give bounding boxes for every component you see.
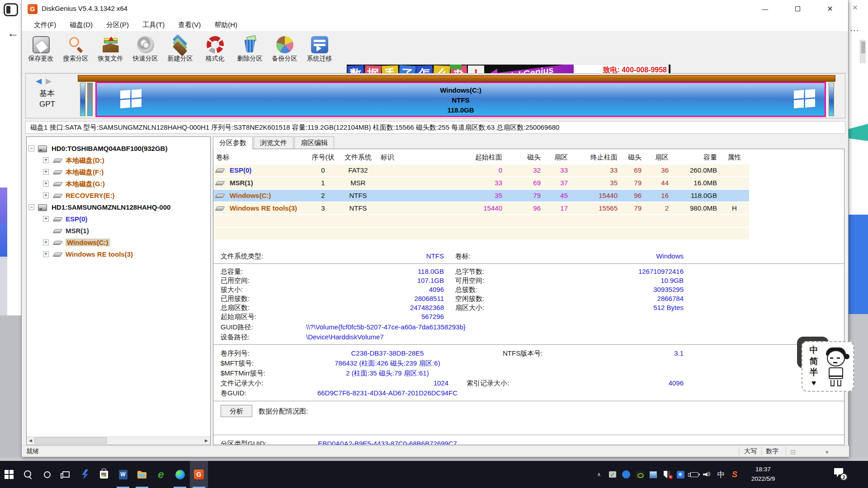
close-button[interactable]: ✕ [817, 0, 843, 18]
expand-icon[interactable] [43, 157, 49, 163]
partition-name: Windows(C:) [97, 85, 825, 95]
quick-partition-button[interactable]: 快速分区 [128, 33, 163, 71]
tab-browse-files[interactable]: 浏览文件 [254, 136, 293, 149]
maximize-button[interactable] [785, 0, 810, 18]
recover-files-button[interactable]: 恢复文件 [93, 33, 128, 71]
disk-info-bar: 磁盘1 接口:SATA 型号:SAMSUNGMZNLN128HAHQ-000H1… [25, 121, 845, 134]
ime-mode-halfwidth[interactable]: 半 [809, 367, 819, 378]
taskbar-app-thunder[interactable] [76, 461, 94, 488]
search-icon [24, 470, 33, 479]
taskbar-app-word[interactable]: W [114, 461, 132, 488]
scroll-left-icon[interactable]: ◀ [27, 437, 34, 444]
tree-item-local-g[interactable]: 本地磁盘(G:) [27, 179, 210, 189]
tray-ime-indicator[interactable]: 中 [714, 469, 728, 480]
taskbar-app-store[interactable] [95, 461, 113, 488]
ie-icon: e [158, 468, 164, 481]
save-changes-button[interactable]: 保存更改 [24, 33, 58, 71]
partition-re-bar[interactable] [829, 83, 834, 116]
system-tray: ∧ ✓ ✕ ❄ 中 S [592, 461, 741, 488]
tray-security-icon[interactable]: ✕ [660, 471, 674, 478]
analyze-button[interactable]: 分析 [221, 405, 252, 417]
partition-esp-bar[interactable] [80, 83, 85, 116]
clock-date: 2022/5/9 [745, 474, 781, 484]
caret-down-icon[interactable]: ▾ [826, 449, 829, 455]
expand-icon[interactable] [43, 192, 49, 198]
tree-item-windows-c[interactable]: Windows(C:) [27, 238, 210, 248]
tree-item-esp[interactable]: ESP(0) [27, 215, 210, 225]
taskbar-clock[interactable]: 18:37 2022/5/9 [745, 465, 781, 484]
tray-snowflake-icon[interactable]: ❄ [674, 471, 687, 479]
menu-partition[interactable]: 分区(P) [99, 18, 136, 31]
tab-partition-params[interactable]: 分区参数 [213, 136, 253, 149]
tray-volume-icon[interactable] [701, 471, 714, 478]
ime-status-card[interactable]: 中 简 半 ♥ [802, 341, 854, 392]
expand-icon[interactable] [43, 216, 49, 222]
minimize-button[interactable]: — [752, 0, 778, 18]
table-row-windows-c[interactable]: Windows(C:) 2 NTFS 35 79 45 15440 96 16 … [213, 190, 749, 202]
menu-tools[interactable]: 工具(T) [136, 18, 171, 31]
nav-left-icon[interactable]: ◀ [36, 76, 42, 86]
partition-msr-bar[interactable] [87, 83, 93, 116]
scroll-right-icon[interactable]: ▶ [203, 437, 210, 444]
new-partition-button[interactable]: 新建分区 [163, 33, 198, 71]
delete-partition-button[interactable]: 删除分区 [232, 33, 267, 71]
tree-item-hd1[interactable]: HD1:SAMSUNGMZNLN128HAHQ-000 [27, 203, 210, 213]
tree-item-local-d[interactable]: 本地磁盘(D:) [27, 156, 210, 166]
resize-grip[interactable] [790, 450, 796, 455]
backup-partition-button[interactable]: 备份分区 [267, 33, 302, 71]
partition-size: 118.0GB [97, 105, 825, 115]
taskbar-app-explorer[interactable] [133, 461, 151, 488]
tray-nvidia-icon[interactable] [633, 471, 646, 478]
menu-view[interactable]: 查看(V) [171, 18, 208, 31]
taskbar-app-ie[interactable]: e [152, 461, 170, 488]
migrate-icon [311, 36, 328, 53]
system-migrate-button[interactable]: 系统迁移 [302, 33, 337, 71]
expand-icon[interactable] [43, 251, 49, 257]
tree-item-windows-re[interactable]: Windows RE tools(3) [27, 250, 210, 260]
expand-icon[interactable] [43, 181, 49, 187]
start-button[interactable] [0, 461, 18, 488]
table-row-esp[interactable]: ESP(0) 0 FAT32 0 32 33 33 69 36 260.0MB [213, 164, 749, 177]
partition-graph-panel: ◀ ▶ 基本 GPT Windows(C:) NTFS 118.0GB [25, 73, 845, 118]
expand-icon[interactable] [43, 239, 49, 245]
expand-icon[interactable] [43, 169, 49, 175]
menu-disk[interactable]: 磁盘(D) [63, 18, 99, 31]
heart-icon[interactable]: ♥ [809, 378, 819, 388]
task-view-button[interactable] [57, 461, 75, 488]
notification-center-button[interactable]: 2 [834, 468, 846, 479]
collapse-icon[interactable] [28, 204, 34, 210]
tree-item-hd0[interactable]: HD0:TOSHIBAMQ04ABF100(932GB) [27, 144, 210, 154]
menu-file[interactable]: 文件(F) [27, 18, 63, 31]
partition-bar-text: Windows(C:) NTFS 118.0GB [97, 85, 825, 115]
table-row-windows-re[interactable]: Windows RE tools(3) 3 NTFS 15440 96 17 1… [213, 202, 749, 215]
partition-windows-bar[interactable]: Windows(C:) NTFS 118.0GB [95, 82, 826, 117]
taskbar-app-edge[interactable] [171, 461, 189, 488]
tray-power-icon[interactable] [687, 472, 701, 477]
taskbar-search-button[interactable] [19, 461, 37, 488]
tray-dingtalk-icon[interactable] [619, 470, 633, 479]
taskbar-app-diskgenius[interactable]: G [190, 461, 208, 488]
menu-help[interactable]: 帮助(H) [208, 18, 244, 31]
format-button[interactable]: 格式化 [198, 33, 232, 71]
volume-icon [53, 229, 63, 233]
tray-sogou-icon[interactable]: S [728, 470, 741, 479]
tray-intel-icon[interactable] [646, 471, 660, 478]
partition-params-panel: 卷标 序号(状态) 文件系统 标识 起始柱面 磁头 扇区 终止柱面 磁头 扇区 … [213, 149, 844, 445]
search-partition-button[interactable]: 搜索分区 [58, 33, 93, 71]
tray-chevron-icon[interactable]: ∧ [592, 471, 606, 478]
back-arrow-icon[interactable]: ← [7, 26, 19, 40]
collapse-icon[interactable] [28, 145, 34, 151]
scrollbar-thumb[interactable] [34, 437, 107, 444]
ime-mode-simplified[interactable]: 简 [809, 356, 819, 367]
tree-item-local-f[interactable]: 本地磁盘(F:) [27, 168, 210, 178]
sogou-ime-widget[interactable]: 中 简 半 ♥ [802, 341, 854, 392]
tray-backup-icon[interactable]: ✓ [606, 471, 619, 478]
tree-item-recovery-e[interactable]: RECOVERY(E:) [27, 191, 210, 201]
cortana-button[interactable] [38, 461, 56, 488]
nav-right-icon[interactable]: ▶ [46, 76, 52, 86]
table-row-msr[interactable]: MSR(1) 1 MSR 33 69 37 35 79 44 16.0MB [213, 177, 749, 190]
tree-horizontal-scrollbar[interactable]: ◀ ▶ [27, 436, 210, 444]
tree-item-msr[interactable]: MSR(1) [27, 226, 210, 236]
tab-sector-edit[interactable]: 扇区编辑 [294, 136, 334, 149]
ime-mode-chinese[interactable]: 中 [809, 345, 819, 356]
